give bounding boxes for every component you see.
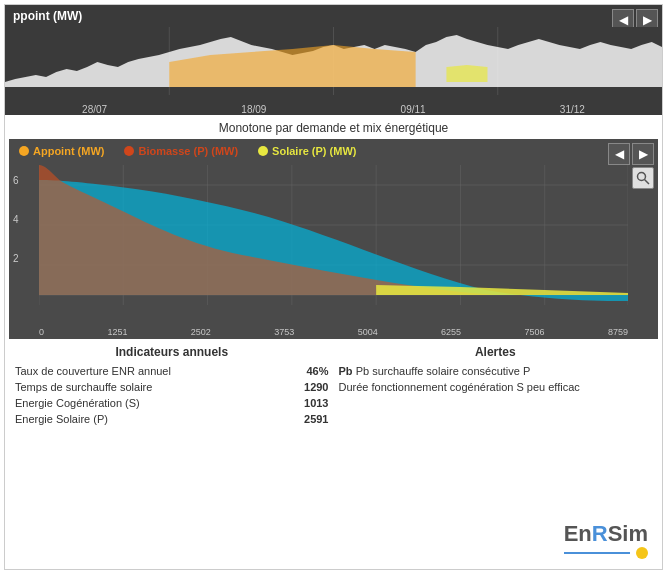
bx-4: 5004 xyxy=(358,327,378,337)
x-label-1: 18/09 xyxy=(241,104,266,115)
alert-row-0: Pb Pb surchauffe solaire consécutive P xyxy=(339,365,653,377)
bottom-chart-zoom-btn[interactable] xyxy=(632,167,654,189)
bottom-chart-nav: ◀ ▶ xyxy=(608,143,654,165)
enrsim-logo-text: EnRSim xyxy=(564,523,648,545)
y-label-4: 4 xyxy=(13,214,19,225)
top-chart-x-labels: 28/07 18/09 09/11 31/12 xyxy=(5,104,662,115)
svg-line-7 xyxy=(645,180,650,185)
legend-solaire-label: Solaire (P) (MW) xyxy=(272,145,356,157)
legend-biomasse-dot xyxy=(124,146,134,156)
alerts-panel: Alertes Pb Pb surchauffe solaire consécu… xyxy=(339,345,653,563)
x-label-3: 31/12 xyxy=(560,104,585,115)
x-label-0: 28/07 xyxy=(82,104,107,115)
top-chart: ppoint (MW) ◀ ▶ 28/07 18/09 09/1 xyxy=(5,5,662,115)
logo-en: En xyxy=(564,521,592,546)
indicator-value-0: 46% xyxy=(294,365,329,377)
bottom-x-labels: 0 1251 2502 3753 5004 6255 7506 8759 xyxy=(39,327,628,337)
bx-2: 2502 xyxy=(191,327,211,337)
indicator-value-3: 2591 xyxy=(294,413,329,425)
y-axis-labels: 6 4 2 xyxy=(13,175,19,264)
middle-label: Monotone par demande et mix énergétique xyxy=(5,115,662,139)
legend-appoint: Appoint (MW) xyxy=(19,145,104,157)
indicator-label-2: Energie Cogénération (S) xyxy=(15,397,140,409)
bottom-chart-next-btn[interactable]: ▶ xyxy=(632,143,654,165)
legend-biomasse-label: Biomasse (P) (MW) xyxy=(138,145,238,157)
alert-text-0: Pb surchauffe solaire consécutive P xyxy=(356,365,531,377)
bx-5: 6255 xyxy=(441,327,461,337)
logo-line xyxy=(564,552,630,554)
bottom-chart: Appoint (MW) Biomasse (P) (MW) Solaire (… xyxy=(9,139,658,339)
main-container: ppoint (MW) ◀ ▶ 28/07 18/09 09/1 xyxy=(4,4,663,570)
indicator-value-2: 1013 xyxy=(294,397,329,409)
indicator-row-0: Taux de couverture ENR annuel 46% xyxy=(15,365,329,377)
alert-row-1: Durée fonctionnement cogénération S peu … xyxy=(339,381,653,393)
svg-point-6 xyxy=(638,173,646,181)
logo-dot xyxy=(636,547,648,559)
legend-appoint-label: Appoint (MW) xyxy=(33,145,104,157)
enrsim-logo-container: EnRSim xyxy=(564,523,648,559)
legend-solaire-dot xyxy=(258,146,268,156)
y-label-2: 2 xyxy=(13,253,19,264)
indicator-label-1: Temps de surchauffe solaire xyxy=(15,381,152,393)
indicator-label-3: Energie Solaire (P) xyxy=(15,413,108,425)
bx-7: 8759 xyxy=(608,327,628,337)
legend-appoint-dot xyxy=(19,146,29,156)
top-chart-svg xyxy=(5,27,662,95)
indicator-row-2: Energie Cogénération (S) 1013 xyxy=(15,397,329,409)
alert-text-prefix: Pb xyxy=(339,365,356,377)
top-chart-title: ppoint (MW) xyxy=(5,5,662,27)
logo-sim: Sim xyxy=(608,521,648,546)
legend-solaire: Solaire (P) (MW) xyxy=(258,145,356,157)
y-label-6: 6 xyxy=(13,175,19,186)
legend-biomasse: Biomasse (P) (MW) xyxy=(124,145,238,157)
logo-decoration xyxy=(564,547,648,559)
indicators-title: Indicateurs annuels xyxy=(15,345,329,359)
legend-row: Appoint (MW) Biomasse (P) (MW) Solaire (… xyxy=(9,139,658,159)
x-label-2: 09/11 xyxy=(401,104,426,115)
logo-r: R xyxy=(592,521,608,546)
bx-0: 0 xyxy=(39,327,44,337)
bottom-chart-prev-btn[interactable]: ◀ xyxy=(608,143,630,165)
indicator-row-3: Energie Solaire (P) 2591 xyxy=(15,413,329,425)
bottom-chart-svg: 6 4 2 xyxy=(39,165,628,305)
info-section: Indicateurs annuels Taux de couverture E… xyxy=(5,339,662,569)
indicator-row-1: Temps de surchauffe solaire 1290 xyxy=(15,381,329,393)
indicator-value-1: 1290 xyxy=(294,381,329,393)
indicators-panel: Indicateurs annuels Taux de couverture E… xyxy=(15,345,329,563)
alert-text-1: Durée fonctionnement cogénération S peu … xyxy=(339,381,580,393)
alerts-title: Alertes xyxy=(339,345,653,359)
bx-6: 7506 xyxy=(525,327,545,337)
bx-1: 1251 xyxy=(107,327,127,337)
bx-3: 3753 xyxy=(274,327,294,337)
indicator-label-0: Taux de couverture ENR annuel xyxy=(15,365,171,377)
